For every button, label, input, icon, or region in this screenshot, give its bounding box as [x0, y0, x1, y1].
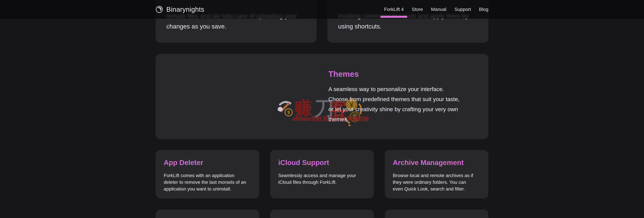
nav-item-label: Blog [479, 7, 488, 12]
feature-card-partial [385, 210, 488, 218]
themes-title: Themes [328, 69, 359, 79]
navbar-inner: Binarynights ForkLift 4 Store Manual Sup… [156, 0, 488, 19]
page: remote files and we take care of uploadi… [0, 0, 644, 218]
crescent-moon-icon [156, 6, 163, 13]
nav-item-manual[interactable]: Manual [431, 0, 446, 19]
feature-card-app-deleter: App Deleter ForkLift comes with an appli… [156, 150, 259, 198]
active-nav-underline [380, 16, 407, 18]
nav-item-forklift-4[interactable]: ForkLift 4 [384, 0, 404, 19]
nav-item-label: Store [412, 7, 423, 12]
themes-description: A seamless way to personalize your inter… [328, 84, 460, 124]
nav-item-store[interactable]: Store [412, 0, 423, 19]
dollar-coin-icon: $ [284, 108, 293, 116]
feature-card-title: App Deleter [164, 158, 252, 167]
feature-card-description: ForkLift comes with an applicationdelete… [164, 172, 252, 192]
themes-content: Themes A seamless way to personalize you… [328, 69, 359, 79]
nav-item-label: Manual [431, 7, 446, 12]
brand-name: Binarynights [166, 6, 204, 13]
feature-card-title: Archive Management [393, 158, 482, 167]
feature-card-description: Browse local and remote archives as ifth… [393, 172, 482, 192]
feature-card-archive-management: Archive Management Browse local and remo… [385, 150, 488, 198]
nav-item-label: Support [454, 7, 471, 12]
feature-card-title: iCloud Support [278, 158, 367, 167]
feature-card-description: Seamlessly access and manage youriCloud … [278, 172, 367, 186]
feature-card-partial [156, 210, 259, 218]
watermark-char: 赚 [295, 99, 312, 117]
nav-item-label: ForkLift 4 [384, 7, 404, 12]
nav-list: ForkLift 4 Store Manual Support Blog [384, 0, 488, 19]
navbar: Binarynights ForkLift 4 Store Manual Sup… [0, 0, 644, 19]
nav-item-blog[interactable]: Blog [479, 0, 488, 19]
feature-card-icloud-support: iCloud Support Seamlessly access and man… [270, 150, 374, 198]
nav-item-support[interactable]: Support [454, 0, 471, 19]
feature-card-partial [270, 210, 374, 218]
brand-link[interactable]: Binarynights [156, 6, 204, 13]
